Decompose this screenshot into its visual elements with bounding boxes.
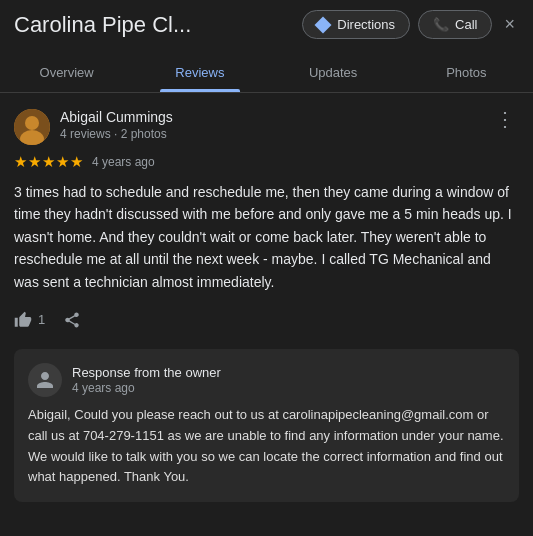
review-time: 4 years ago	[92, 155, 155, 169]
reviewer-name: Abigail Cummings	[60, 109, 491, 125]
tab-reviews[interactable]: Reviews	[133, 53, 266, 92]
tab-reviews-label: Reviews	[175, 65, 224, 80]
review-text: 3 times had to schedule and reschedule m…	[14, 181, 519, 293]
tab-overview[interactable]: Overview	[0, 53, 133, 92]
owner-response-header: Response from the owner 4 years ago	[28, 363, 505, 397]
close-button[interactable]: ×	[500, 10, 519, 39]
review-container: Abigail Cummings 4 reviews · 2 photos ⋮ …	[0, 93, 533, 518]
rating-row: ★★★★★ 4 years ago	[14, 153, 519, 171]
reviewer-avatar	[14, 109, 50, 145]
owner-avatar	[28, 363, 62, 397]
directions-button[interactable]: Directions	[302, 10, 410, 39]
call-icon: 📞	[433, 17, 449, 32]
tab-photos[interactable]: Photos	[400, 53, 533, 92]
directions-label: Directions	[337, 17, 395, 32]
reviewer-header: Abigail Cummings 4 reviews · 2 photos ⋮	[14, 109, 519, 145]
more-options-button[interactable]: ⋮	[491, 109, 519, 129]
tab-updates-label: Updates	[309, 65, 357, 80]
owner-title: Response from the owner	[72, 365, 221, 380]
call-label: Call	[455, 17, 477, 32]
star-rating: ★★★★★	[14, 153, 84, 171]
owner-response-text: Abigail, Could you please reach out to u…	[28, 405, 505, 488]
person-icon	[35, 370, 55, 390]
header-actions: Directions 📞 Call ×	[302, 10, 519, 39]
thumbs-up-icon	[14, 311, 32, 329]
svg-point-1	[25, 116, 39, 130]
close-icon: ×	[504, 14, 515, 35]
tab-updates[interactable]: Updates	[267, 53, 400, 92]
owner-time: 4 years ago	[72, 381, 221, 395]
review-actions: 1	[14, 307, 519, 333]
call-button[interactable]: 📞 Call	[418, 10, 492, 39]
tab-photos-label: Photos	[446, 65, 486, 80]
tab-bar: Overview Reviews Updates Photos	[0, 53, 533, 93]
share-button[interactable]	[63, 307, 81, 333]
owner-info: Response from the owner 4 years ago	[72, 365, 221, 395]
thumbs-up-count: 1	[38, 312, 45, 327]
page-title: Carolina Pipe Cl...	[14, 12, 292, 38]
directions-icon	[315, 16, 332, 33]
owner-response: Response from the owner 4 years ago Abig…	[14, 349, 519, 502]
share-icon	[63, 311, 81, 329]
reviewer-meta: 4 reviews · 2 photos	[60, 127, 491, 141]
thumbs-up-button[interactable]: 1	[14, 307, 45, 333]
reviewer-info: Abigail Cummings 4 reviews · 2 photos	[60, 109, 491, 141]
tab-overview-label: Overview	[40, 65, 94, 80]
header: Carolina Pipe Cl... Directions 📞 Call ×	[0, 0, 533, 49]
